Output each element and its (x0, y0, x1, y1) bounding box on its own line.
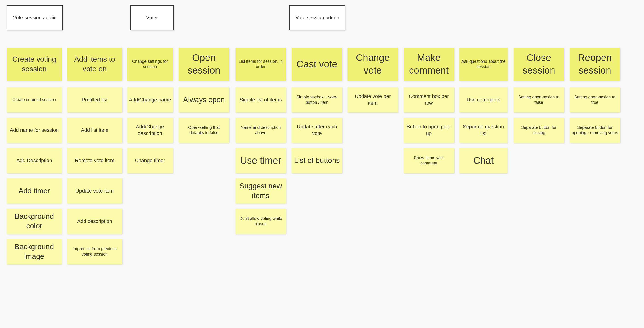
sticky-col6_header[interactable]: Cast vote (292, 48, 342, 81)
sticky-c5_4[interactable]: Suggest new items (236, 178, 286, 204)
sticky-c5_1[interactable]: Simple list of items (236, 87, 286, 112)
sticky-c1_6[interactable]: Background image (7, 239, 62, 264)
sticky-c2_3[interactable]: Remote vote item (67, 148, 122, 173)
sticky-col5_header[interactable]: List items for session, in order (236, 48, 286, 81)
sticky-c1_5[interactable]: Background color (7, 209, 62, 234)
sticky-h2[interactable]: Voter (130, 5, 174, 30)
sticky-c2_5[interactable]: Add description (67, 209, 122, 234)
sticky-c1_3[interactable]: Add Description (7, 148, 62, 173)
sticky-col3_header[interactable]: Change settings for session (127, 48, 173, 81)
sticky-c10_2[interactable]: Separate button for closing (514, 117, 564, 143)
sticky-c9_1[interactable]: Use comments (459, 87, 508, 112)
sticky-col4_header[interactable]: Open session (179, 48, 229, 81)
sticky-col1_header[interactable]: Create voting session (7, 48, 62, 81)
sticky-c10_1[interactable]: Setting open-sesion to false (514, 87, 564, 112)
sticky-col7_header[interactable]: Change vote (348, 48, 398, 81)
sticky-c8_3[interactable]: Show items with comment (404, 148, 454, 173)
sticky-col2_header[interactable]: Add items to vote on (67, 48, 122, 81)
sticky-c3_3[interactable]: Change timer (127, 148, 173, 173)
sticky-c2_1[interactable]: Prefilled list (67, 87, 122, 112)
canvas: Vote session adminVoterVote session admi… (0, 0, 644, 328)
sticky-col10_header[interactable]: Close session (514, 48, 564, 81)
sticky-c9_3[interactable]: Chat (459, 148, 508, 173)
sticky-c9_2[interactable]: Separate question list (459, 117, 508, 143)
sticky-c1_1[interactable]: Create unamed session (7, 87, 62, 112)
sticky-c1_4[interactable]: Add timer (7, 178, 62, 204)
sticky-c6_3[interactable]: List of buttons (292, 148, 342, 173)
sticky-c7_1[interactable]: Update vote per item (348, 87, 398, 112)
sticky-h1[interactable]: Vote session admin (7, 5, 63, 30)
sticky-c5_3[interactable]: Use timer (236, 148, 286, 173)
sticky-c6_1[interactable]: Simple textbox + vote-button / item (292, 87, 342, 112)
sticky-c4_2[interactable]: Open-setting that defaults to false (179, 117, 229, 143)
sticky-col9_header[interactable]: Ask questions about the session (459, 48, 508, 81)
sticky-c2_2[interactable]: Add list item (67, 117, 122, 143)
sticky-col11_header[interactable]: Reopen session (570, 48, 620, 81)
sticky-c5_2[interactable]: Name and description above (236, 117, 286, 143)
sticky-h3[interactable]: Vote session admin (289, 5, 346, 30)
sticky-c3_1[interactable]: Add/Change name (127, 87, 173, 112)
sticky-col8_header[interactable]: Make comment (404, 48, 454, 81)
sticky-c11_1[interactable]: Setting open-sesion to true (570, 87, 620, 112)
sticky-c2_6[interactable]: Import list from previous voting session (67, 239, 122, 264)
sticky-c5_5[interactable]: Don't allow voting while closed (236, 209, 286, 234)
sticky-c4_1[interactable]: Always open (179, 87, 229, 112)
sticky-c3_2[interactable]: Add/Change description (127, 117, 173, 143)
sticky-c6_2[interactable]: Update after each vote (292, 117, 342, 143)
sticky-c8_1[interactable]: Comment box per row (404, 87, 454, 112)
sticky-c2_4[interactable]: Update vote item (67, 178, 122, 204)
sticky-c8_2[interactable]: Button to open pop-up (404, 117, 454, 143)
sticky-c1_2[interactable]: Add name for session (7, 117, 62, 143)
sticky-c11_2[interactable]: Separate button for opening - removing v… (570, 117, 620, 143)
